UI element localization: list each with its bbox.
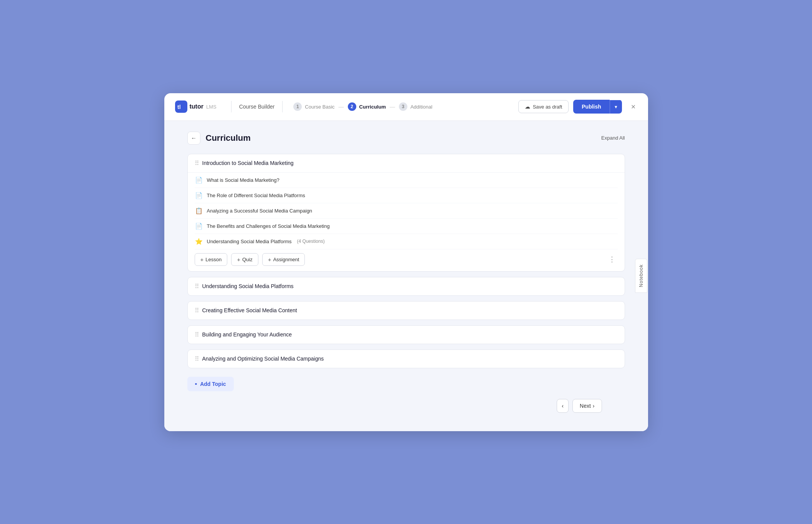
save-draft-button[interactable]: ☁ Save as draft [518, 100, 569, 113]
plus-icon-quiz: + [237, 256, 240, 263]
topic-header-1[interactable]: ⠿ Introduction to Social Media Marketing [188, 154, 625, 172]
publish-group: Publish ▾ [573, 100, 622, 114]
topic-section-3: ⠿ Creating Effective Social Media Conten… [187, 301, 625, 320]
add-topic-label: Add Topic [200, 381, 226, 387]
main-content: ← Curriculum Expand All ⠿ Introduction t… [164, 121, 648, 431]
lesson-title-3: Analyzing a Successful Social Media Camp… [207, 208, 313, 214]
lesson-item-3: 📋 Analyzing a Successful Social Media Ca… [195, 203, 618, 219]
step-1-num: 1 [293, 102, 302, 111]
drag-handle-2[interactable]: ⠿ [195, 283, 198, 290]
add-lesson-button[interactable]: + Lesson [195, 253, 228, 266]
curriculum-header: ← Curriculum Expand All [187, 132, 625, 145]
topic-name-3: Creating Effective Social Media Content [202, 307, 297, 313]
lesson-title-2: The Role of Different Social Media Platf… [207, 193, 305, 198]
topic-name-2: Understanding Social Media Platforms [202, 283, 294, 289]
add-quiz-button[interactable]: + Quiz [231, 253, 258, 266]
back-button[interactable]: ← [187, 132, 200, 145]
lesson-icon-1: 📄 [195, 176, 203, 184]
topic-header-3[interactable]: ⠿ Creating Effective Social Media Conten… [188, 302, 625, 320]
logo-text: tutor [190, 103, 203, 110]
publish-caret-button[interactable]: ▾ [610, 100, 622, 114]
prev-button[interactable]: ‹ [557, 399, 569, 413]
body: ← Curriculum Expand All ⠿ Introduction t… [164, 121, 648, 431]
add-topic-button[interactable]: ▪ Add Topic [187, 377, 234, 391]
next-button[interactable]: Next › [572, 399, 602, 413]
step-sep-1: — [339, 104, 344, 110]
add-topic-icon: ▪ [195, 381, 197, 387]
page-title: Curriculum [206, 133, 251, 143]
prev-arrow-icon: ‹ [562, 403, 564, 409]
step-2-label: Curriculum [359, 104, 386, 110]
plus-icon-assignment: + [268, 256, 271, 263]
step-2-num: 2 [348, 102, 356, 111]
next-arrow-icon: › [593, 403, 595, 409]
svg-text:tl: tl [177, 104, 181, 110]
header-divider [231, 101, 232, 112]
next-label: Next [580, 403, 591, 409]
svg-rect-0 [175, 101, 187, 113]
topic-header-5[interactable]: ⠿ Analyzing and Optimizing Social Media … [188, 350, 625, 368]
step-2[interactable]: 2 Curriculum [348, 102, 386, 111]
lesson-icon-2: 📄 [195, 192, 203, 199]
lesson-actions-row-1: + Lesson + Quiz + Assignment ⋮ [195, 249, 618, 267]
step-3-label: Additional [410, 104, 432, 110]
back-arrow-icon: ← [191, 135, 197, 141]
curriculum-title-row: ← Curriculum [187, 132, 251, 145]
header-divider2 [282, 101, 283, 112]
topic-name-1: Introduction to Social Media Marketing [202, 160, 294, 166]
topic-more-button-1[interactable]: ⋮ [606, 254, 618, 265]
lesson-icon-4: 📄 [195, 222, 203, 230]
notebook-tab[interactable]: Notebook [635, 259, 647, 293]
step-1-label: Course Basic [305, 104, 334, 110]
lesson-item-4: 📄 The Benefits and Challenges of Social … [195, 219, 618, 234]
step-sep-2: — [390, 104, 395, 110]
lesson-item-5: ⭐ Understanding Social Media Platforms (… [195, 234, 618, 249]
lesson-title-1: What is Social Media Marketing? [207, 177, 279, 183]
topic-section-4: ⠿ Building and Engaging Your Audience [187, 325, 625, 344]
publish-button[interactable]: Publish [573, 100, 610, 114]
header-actions: ☁ Save as draft Publish ▾ × [518, 100, 637, 114]
add-assignment-label: Assignment [273, 257, 299, 262]
assignment-icon-1: 📋 [195, 207, 203, 214]
lesson-item-2: 📄 The Role of Different Social Media Pla… [195, 188, 618, 203]
drag-handle-3[interactable]: ⠿ [195, 307, 198, 314]
header: tl tutor LMS Course Builder 1 Course Bas… [164, 93, 648, 121]
quiz-icon-1: ⭐ [195, 238, 203, 245]
topic-name-4: Building and Engaging Your Audience [202, 331, 292, 338]
topic-header-4[interactable]: ⠿ Building and Engaging Your Audience [188, 326, 625, 344]
close-button[interactable]: × [630, 101, 637, 113]
course-builder-label: Course Builder [239, 104, 275, 110]
lesson-item-1: 📄 What is Social Media Marketing? [195, 173, 618, 188]
topic-section-2: ⠿ Understanding Social Media Platforms [187, 277, 625, 296]
cloud-icon: ☁ [525, 104, 530, 110]
logo-lms: LMS [206, 104, 217, 110]
add-quiz-label: Quiz [242, 257, 253, 262]
drag-handle-1[interactable]: ⠿ [195, 160, 198, 167]
caret-down-icon: ▾ [615, 104, 617, 110]
drag-handle-4[interactable]: ⠿ [195, 331, 198, 338]
footer-nav: ‹ Next › [187, 391, 625, 420]
topic-name-5: Analyzing and Optimizing Social Media Ca… [202, 356, 324, 362]
topic-section-1: ⠿ Introduction to Social Media Marketing… [187, 154, 625, 272]
lesson-title-4: The Benefits and Challenges of Social Me… [207, 223, 330, 229]
step-3[interactable]: 3 Additional [399, 102, 432, 111]
add-assignment-button[interactable]: + Assignment [262, 253, 305, 266]
notebook-wrapper: Notebook [634, 121, 648, 431]
topic-header-2[interactable]: ⠿ Understanding Social Media Platforms [188, 277, 625, 295]
expand-all-button[interactable]: Expand All [601, 135, 625, 141]
save-draft-label: Save as draft [533, 104, 562, 110]
logo: tl tutor LMS [175, 101, 217, 113]
add-lesson-label: Lesson [205, 257, 222, 262]
lesson-title-5: Understanding Social Media Platforms [207, 239, 292, 244]
plus-icon-lesson: + [200, 256, 204, 263]
step-1[interactable]: 1 Course Basic [293, 102, 334, 111]
drag-handle-5[interactable]: ⠿ [195, 355, 198, 363]
topic-section-5: ⠿ Analyzing and Optimizing Social Media … [187, 349, 625, 368]
lessons-list-1: 📄 What is Social Media Marketing? 📄 The … [188, 172, 625, 271]
steps: 1 Course Basic — 2 Curriculum — 3 Additi… [293, 102, 432, 111]
quiz-badge-1: (4 Questions) [297, 239, 325, 244]
step-3-num: 3 [399, 102, 407, 111]
